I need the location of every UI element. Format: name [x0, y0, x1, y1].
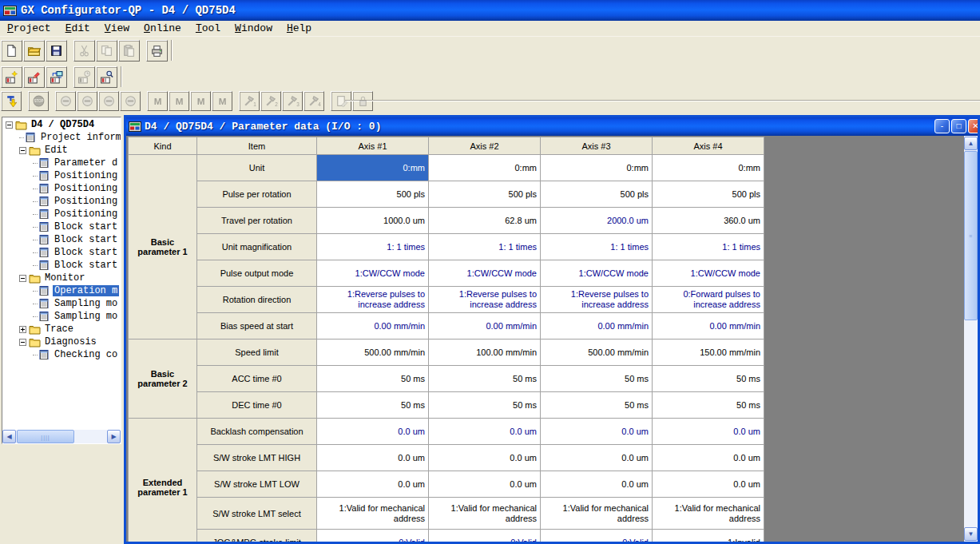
cell-unit-axis-1[interactable]: 0:mm — [317, 155, 429, 181]
cell-travel-per-rotation-axis-3[interactable]: 2000.0 um — [541, 208, 653, 234]
cell-bias-speed-at-start-axis-3[interactable]: 0.00 mm/min — [541, 313, 653, 340]
scroll-thumb[interactable]: |||| — [17, 430, 74, 443]
cell-backlash-compensation-axis-1[interactable]: 0.0 um — [317, 419, 429, 445]
cell-dec-time-0-axis-1[interactable]: 50 ms — [317, 392, 429, 419]
cell-speed-limit-axis-3[interactable]: 500.00 mm/min — [541, 340, 653, 366]
cell-bias-speed-at-start-axis-1[interactable]: 0.00 mm/min — [317, 313, 429, 340]
cell-unit-magnification-axis-3[interactable]: 1: 1 times — [541, 234, 653, 260]
collapse-icon[interactable] — [6, 121, 13, 129]
cell-bias-speed-at-start-axis-4[interactable]: 0.00 mm/min — [653, 313, 764, 340]
scroll-up-button[interactable]: ▲ — [964, 137, 978, 150]
cell-pulse-output-mode-axis-1[interactable]: 1:CW/CCW mode — [317, 260, 429, 287]
cell-unit-magnification-axis-2[interactable]: 1: 1 times — [429, 234, 541, 260]
cell-bias-speed-at-start-axis-2[interactable]: 0.00 mm/min — [429, 313, 541, 340]
cell-dec-time-0-axis-4[interactable]: 50 ms — [653, 392, 764, 419]
toolbar-button-module-monitor[interactable] — [96, 66, 117, 88]
table-vertical-scrollbar[interactable]: ▲ ≡ ▼ — [964, 136, 978, 542]
cell-s-w-stroke-lmt-low-axis-3[interactable]: 0.0 um — [541, 471, 653, 498]
tree-item-edit[interactable]: Edit — [2, 144, 121, 157]
tree-item-diagnosis[interactable]: Diagnosis — [2, 336, 121, 348]
cell-s-w-stroke-lmt-high-axis-2[interactable]: 0.0 um — [429, 445, 541, 471]
cell-travel-per-rotation-axis-2[interactable]: 62.8 um — [429, 208, 541, 234]
maximize-button[interactable]: □ — [951, 119, 966, 133]
cell-speed-limit-axis-4[interactable]: 150.00 mm/min — [653, 340, 764, 366]
toolbar-button-transfer-setup[interactable] — [46, 66, 67, 88]
collapse-icon[interactable] — [19, 275, 26, 282]
toolbar-button-save[interactable] — [46, 40, 67, 62]
tree-horizontal-scrollbar[interactable]: ◀ |||| ▶ — [2, 430, 121, 443]
tree-item-monitor[interactable]: Monitor — [2, 272, 121, 284]
cell-backlash-compensation-axis-4[interactable]: 0.0 um — [653, 419, 764, 445]
cell-dec-time-0-axis-2[interactable]: 50 ms — [429, 392, 541, 419]
cell-pulse-per-rotation-axis-4[interactable]: 500 pls — [653, 181, 764, 208]
cell-acc-time-0-axis-2[interactable]: 50 ms — [429, 366, 541, 392]
tree-item-block-start[interactable]: Block start — [2, 220, 121, 233]
scroll-thumb[interactable]: ≡ — [964, 151, 978, 320]
cell-rotation-direction-axis-4[interactable]: 0:Forward pulses to increase address — [653, 287, 764, 313]
menu-project[interactable]: Project — [0, 21, 58, 36]
menu-online[interactable]: Online — [137, 21, 188, 36]
cell-backlash-compensation-axis-3[interactable]: 0.0 um — [541, 419, 653, 445]
menu-edit[interactable]: Edit — [58, 21, 97, 36]
cell-pulse-output-mode-axis-2[interactable]: 1:CW/CCW mode — [429, 260, 541, 287]
scroll-right-button[interactable]: ▶ — [107, 430, 121, 443]
cell-travel-per-rotation-axis-4[interactable]: 360.0 um — [653, 208, 764, 234]
toolbar-button-add-module[interactable] — [1, 66, 22, 88]
cell-s-w-stroke-lmt-select-axis-2[interactable]: 1:Valid for mechanical address — [429, 498, 541, 530]
cell-s-w-stroke-lmt-high-axis-4[interactable]: 0.0 um — [653, 445, 764, 471]
cell-unit-axis-2[interactable]: 0:mm — [429, 155, 541, 181]
cell-acc-time-0-axis-1[interactable]: 50 ms — [317, 366, 429, 392]
menu-help[interactable]: Help — [280, 21, 319, 36]
cell-speed-limit-axis-2[interactable]: 100.00 mm/min — [429, 340, 541, 366]
cell-s-w-stroke-lmt-high-axis-1[interactable]: 0.0 um — [317, 445, 429, 471]
cell-dec-time-0-axis-3[interactable]: 50 ms — [541, 392, 653, 419]
menu-view[interactable]: View — [97, 21, 137, 36]
tree-item-positioning[interactable]: Positioning — [2, 195, 121, 208]
tree-item-block-start[interactable]: Block start — [2, 233, 121, 246]
tree-item-project-inform[interactable]: Project inform — [2, 131, 121, 144]
cell-s-w-stroke-lmt-low-axis-2[interactable]: 0.0 um — [429, 471, 541, 498]
expand-icon[interactable] — [19, 326, 26, 333]
cell-backlash-compensation-axis-2[interactable]: 0.0 um — [429, 419, 541, 445]
cell-acc-time-0-axis-3[interactable]: 50 ms — [541, 366, 653, 392]
cell-pulse-per-rotation-axis-1[interactable]: 500 pls — [317, 181, 429, 208]
cell-jog-mpg-stroke-limit-axis-2[interactable]: 0:Valid — [429, 530, 541, 542]
cell-s-w-stroke-lmt-select-axis-4[interactable]: 1:Valid for mechanical address — [653, 498, 764, 530]
cell-rotation-direction-axis-2[interactable]: 1:Reverse pulses to increase address — [429, 287, 541, 313]
collapse-icon[interactable] — [19, 339, 26, 346]
collapse-icon[interactable] — [19, 147, 26, 154]
cell-pulse-per-rotation-axis-3[interactable]: 500 pls — [541, 181, 653, 208]
cell-jog-mpg-stroke-limit-axis-1[interactable]: 0:Valid — [317, 530, 429, 542]
cell-travel-per-rotation-axis-1[interactable]: 1000.0 um — [317, 208, 429, 234]
cell-unit-axis-4[interactable]: 0:mm — [653, 155, 764, 181]
cell-jog-mpg-stroke-limit-axis-4[interactable]: 1:Invalid — [653, 530, 764, 542]
cell-speed-limit-axis-1[interactable]: 500.00 mm/min — [317, 340, 429, 366]
menu-tool[interactable]: Tool — [188, 21, 228, 36]
toolbar-button-open[interactable] — [23, 40, 45, 62]
tree-item-sampling-mo[interactable]: Sampling mo — [2, 297, 121, 310]
tree-item-sampling-mo[interactable]: Sampling mo — [2, 310, 121, 323]
cell-pulse-output-mode-axis-4[interactable]: 1:CW/CCW mode — [653, 260, 764, 287]
scroll-left-button[interactable]: ◀ — [2, 430, 16, 443]
tree-item-checking-co[interactable]: Checking co — [2, 348, 121, 361]
tree-item-block-start[interactable]: Block start — [2, 259, 121, 272]
child-titlebar[interactable]: D4 / QD75D4 / Parameter data (I/O : 0) -… — [126, 117, 978, 136]
tree-item-block-start[interactable]: Block start — [2, 246, 121, 259]
cell-pulse-output-mode-axis-3[interactable]: 1:CW/CCW mode — [541, 260, 653, 287]
tree-item-operation-m[interactable]: Operation m — [2, 284, 121, 297]
cell-unit-magnification-axis-1[interactable]: 1: 1 times — [317, 234, 429, 260]
tree-item-positioning[interactable]: Positioning — [2, 208, 121, 220]
cell-s-w-stroke-lmt-low-axis-1[interactable]: 0.0 um — [317, 471, 429, 498]
cell-s-w-stroke-lmt-high-axis-3[interactable]: 0.0 um — [541, 445, 653, 471]
minimize-button[interactable]: - — [934, 119, 950, 133]
toolbar-button-print[interactable] — [146, 40, 168, 62]
cell-s-w-stroke-lmt-low-axis-4[interactable]: 0.0 um — [653, 471, 764, 498]
scroll-down-button[interactable]: ▼ — [964, 527, 978, 541]
cell-acc-time-0-axis-4[interactable]: 50 ms — [653, 366, 764, 392]
cell-s-w-stroke-lmt-select-axis-3[interactable]: 1:Valid for mechanical address — [541, 498, 653, 530]
close-button[interactable]: ✕ — [968, 119, 980, 133]
cell-rotation-direction-axis-3[interactable]: 1:Reverse pulses to increase address — [541, 287, 653, 313]
toolbar-button-test-start[interactable] — [1, 91, 22, 111]
cell-unit-magnification-axis-4[interactable]: 1: 1 times — [653, 234, 764, 260]
tree-item-d4-qd75d4[interactable]: D4 / QD75D4 — [2, 118, 121, 131]
